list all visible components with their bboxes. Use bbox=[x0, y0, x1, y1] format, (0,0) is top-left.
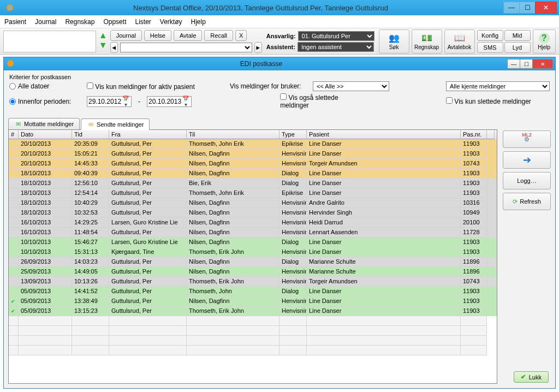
table-row[interactable]: 20/10/201314:45:33Guttulsrud, PerNilsen,… bbox=[9, 159, 497, 169]
sub-max-button[interactable]: ☐ bbox=[520, 59, 533, 69]
col-mark[interactable]: # bbox=[9, 130, 19, 139]
only-active-checkbox[interactable] bbox=[87, 82, 93, 89]
history-back-button[interactable]: ◄ bbox=[110, 42, 118, 53]
maximize-button[interactable]: ☐ bbox=[519, 2, 536, 14]
main-title: Nextsys Dental Office, 20/10/2013, Tannl… bbox=[17, 4, 504, 12]
all-dates-radio[interactable] bbox=[9, 83, 16, 90]
avtale-button[interactable]: Avtale bbox=[174, 30, 202, 41]
date-to-input[interactable]: 20.10.2013📅▾ bbox=[147, 96, 192, 107]
edi-subwindow: EDI postkasse — ☐ ✕ Kriterier for postka… bbox=[3, 57, 556, 389]
col-dato[interactable]: Dato bbox=[19, 130, 72, 139]
date-from-input[interactable]: 29.10.2012📅▾ bbox=[87, 96, 132, 107]
check-icon: ✔ bbox=[521, 373, 526, 381]
konfig-button[interactable]: Konfig bbox=[477, 30, 503, 41]
lyd-button[interactable]: Lyd bbox=[504, 42, 531, 53]
regnskap-button[interactable]: 💵Regnskap bbox=[412, 29, 442, 54]
help-icon: ? bbox=[539, 33, 550, 44]
table-row[interactable]: 13/09/201310:13:26Guttulsrud, PerThomset… bbox=[9, 277, 497, 287]
outbox-icon: ✉ bbox=[87, 121, 94, 128]
mld-button[interactable]: Mld bbox=[504, 30, 531, 41]
table-row[interactable]: 26/09/201314:03:23Guttulsrud, PerNilsen,… bbox=[9, 257, 497, 267]
also-deleted-checkbox[interactable] bbox=[280, 93, 287, 100]
filter-select[interactable]: Alle kjente meldinger bbox=[446, 81, 550, 91]
table-row[interactable]: 16/10/201314:29:25Larsen, Guro Kristine … bbox=[9, 218, 497, 228]
table-row[interactable]: 18/10/201312:54:14Guttulsrud, PerThomset… bbox=[9, 188, 497, 198]
table-row[interactable]: 25/09/201314:49:05Guttulsrud, PerNilsen,… bbox=[9, 267, 497, 277]
patient-search-box[interactable] bbox=[3, 31, 96, 52]
avtalebok-button[interactable]: 📖Avtalebok bbox=[444, 29, 475, 54]
svg-point-1 bbox=[8, 6, 11, 9]
col-fra[interactable]: Fra bbox=[109, 130, 187, 139]
table-row[interactable]: ✔05/09/201313:15:23Guttulsrud, PerThomse… bbox=[9, 306, 497, 316]
only-deleted-label: Vis kun slettede meldinger bbox=[454, 98, 531, 105]
clear-x-button[interactable]: X bbox=[235, 30, 247, 41]
ml2-button[interactable]: ⚙ML2 bbox=[503, 130, 551, 148]
table-row[interactable]: 20/10/201315:05:21Guttulsrud, PerNilsen,… bbox=[9, 149, 497, 159]
sub-logo-icon bbox=[6, 59, 15, 69]
refresh-button[interactable]: ⟳Refresh bbox=[503, 193, 551, 210]
sub-close-button[interactable]: ✕ bbox=[532, 59, 553, 69]
nav-down-icon[interactable]: ▼ bbox=[98, 41, 108, 51]
logg-button[interactable]: Logg… bbox=[503, 172, 551, 189]
sub-min-button[interactable]: — bbox=[507, 59, 520, 69]
tab-sent[interactable]: ✉Sendte meldinger bbox=[81, 118, 150, 130]
helse-button[interactable]: Helse bbox=[144, 30, 171, 41]
table-row[interactable]: 18/10/201309:40:39Guttulsrud, PerNilsen,… bbox=[9, 169, 497, 179]
table-row[interactable]: 10/10/201315:46:27Larsen, Guro Kristine … bbox=[9, 237, 497, 247]
for-user-label: Vis meldinger for bruker: bbox=[230, 82, 301, 90]
table-row bbox=[9, 316, 497, 326]
ansvarlig-label: Ansvarlig: bbox=[266, 33, 296, 39]
menu-regnskap[interactable]: Regnskap bbox=[65, 18, 94, 26]
ansvarlig-select[interactable]: 01. Guttulsrud Per bbox=[298, 31, 374, 41]
col-pasient[interactable]: Pasient bbox=[307, 130, 461, 139]
for-user-select[interactable]: << Alle >> bbox=[313, 81, 389, 91]
col-type[interactable]: Type bbox=[280, 130, 307, 139]
lukk-button[interactable]: ✔Lukk bbox=[514, 371, 549, 383]
menu-verktoy[interactable]: Verktøy bbox=[160, 18, 182, 26]
history-fwd-button[interactable]: ► bbox=[254, 42, 262, 53]
table-row[interactable]: ✔05/09/201313:38:49Guttulsrud, PerNilsen… bbox=[9, 296, 497, 306]
table-row[interactable]: 18/10/201312:56:10Guttulsrud, PerBie, Er… bbox=[9, 179, 497, 188]
col-til[interactable]: Til bbox=[187, 130, 280, 139]
sms-button[interactable]: SMS bbox=[477, 42, 503, 53]
criteria-heading: Kriterier for postkassen bbox=[9, 74, 550, 80]
arrow-button[interactable]: ➔ bbox=[503, 151, 551, 169]
table-row[interactable]: 05/09/201314:41:52Guttulsrud, PerThomset… bbox=[9, 287, 497, 296]
grid-header: # Dato Tid Fra Til Type Pasient Pas.nr. bbox=[9, 130, 497, 139]
menu-journal[interactable]: Journal bbox=[35, 18, 56, 26]
menu-lister[interactable]: Lister bbox=[135, 18, 151, 26]
app-logo-icon bbox=[5, 3, 14, 12]
table-row[interactable]: 18/10/201310:32:53Guttulsrud, PerNilsen,… bbox=[9, 208, 497, 218]
main-titlebar: Nextsys Dental Office, 20/10/2013, Tannl… bbox=[0, 0, 559, 15]
period-radio[interactable] bbox=[9, 98, 16, 105]
messages-grid: # Dato Tid Fra Til Type Pasient Pas.nr. … bbox=[8, 129, 497, 384]
table-row[interactable]: 18/10/201310:40:29Guttulsrud, PerNilsen,… bbox=[9, 198, 497, 208]
grid-body[interactable]: 20/10/201320:35:09Guttulsrud, PerThomset… bbox=[9, 139, 497, 383]
nav-up-icon[interactable]: ▲ bbox=[98, 32, 108, 41]
col-pasnr[interactable]: Pas.nr. bbox=[461, 130, 487, 139]
col-tid[interactable]: Tid bbox=[72, 130, 109, 139]
also-deleted-label: Vis også slettede meldinger bbox=[280, 94, 338, 109]
menu-oppsett[interactable]: Oppsett bbox=[103, 18, 126, 26]
minimize-button[interactable]: — bbox=[503, 2, 520, 14]
table-row[interactable]: 16/10/201311:48:54Guttulsrud, PerNilsen,… bbox=[9, 228, 497, 237]
journal-button[interactable]: Journal bbox=[110, 30, 142, 41]
all-dates-label: Alle datoer bbox=[18, 82, 49, 90]
menu-pasient[interactable]: Pasient bbox=[4, 18, 26, 26]
recall-button[interactable]: Recall bbox=[204, 30, 233, 41]
history-select[interactable] bbox=[120, 43, 252, 52]
period-label: Innenfor perioden: bbox=[18, 98, 71, 105]
assistent-label: Assistent: bbox=[266, 44, 295, 50]
table-row[interactable]: 20/10/201320:35:09Guttulsrud, PerThomset… bbox=[9, 139, 497, 149]
assistent-select[interactable]: Ingen assistent bbox=[298, 42, 374, 52]
table-row[interactable]: 10/10/201315:31:13Kjærgaard, TineThomset… bbox=[9, 247, 497, 257]
table-row bbox=[9, 336, 497, 346]
sok-button[interactable]: 👥Søk bbox=[379, 29, 409, 54]
only-deleted-checkbox[interactable] bbox=[446, 97, 453, 104]
menu-hjelp[interactable]: Hjelp bbox=[191, 18, 206, 26]
inbox-icon: ✉ bbox=[14, 120, 22, 128]
tab-received[interactable]: ✉Mottatte meldinger bbox=[8, 118, 80, 129]
hjelp-button[interactable]: ?Hjelp bbox=[533, 29, 556, 54]
close-button[interactable]: ✕ bbox=[535, 2, 557, 14]
arrow-right-icon: ➔ bbox=[523, 154, 531, 166]
